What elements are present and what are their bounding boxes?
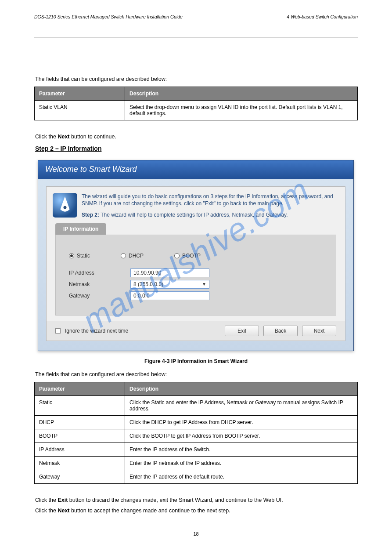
input-ip-address[interactable]: 10.90.90.90 bbox=[130, 268, 209, 277]
radio-empty-icon bbox=[174, 253, 180, 258]
intro-text-1: The fields that can be configured are de… bbox=[34, 76, 358, 82]
cell-desc: Click the BOOTP to get IP Address from B… bbox=[125, 429, 358, 443]
radio-empty-icon bbox=[121, 253, 126, 258]
wizard-step-text: The wizard will help to complete setting… bbox=[99, 212, 288, 218]
exit-button[interactable]: Exit bbox=[225, 326, 259, 336]
chevron-down-icon: ▼ bbox=[202, 282, 206, 287]
cell-desc: Enter the IP address of the Switch. bbox=[125, 443, 358, 456]
cell-desc: Enter the IP address of the default rout… bbox=[125, 470, 358, 483]
radio-static[interactable]: Static bbox=[69, 253, 90, 259]
cell-static-vlan-param: Static VLAN bbox=[35, 101, 125, 120]
cell-param: Static bbox=[35, 395, 125, 415]
cell-param: Netmask bbox=[35, 456, 125, 470]
value-netmask: 8 (255.0.0.0) bbox=[133, 281, 163, 287]
cell-param: BOOTP bbox=[35, 429, 125, 443]
wizard-dialog: Welcome to Smart Wizard The wizard will … bbox=[38, 160, 354, 351]
svg-point-0 bbox=[64, 206, 67, 209]
th-parameter: Parameter bbox=[35, 382, 125, 395]
next-button[interactable]: Next bbox=[302, 326, 336, 336]
value-ip: 10.90.90.90 bbox=[133, 270, 161, 276]
wizard-icon bbox=[53, 193, 77, 218]
cell-param: DHCP bbox=[35, 415, 125, 429]
after-table2-line1: Click the Exit button to discard the cha… bbox=[34, 497, 358, 503]
radio-dhcp-label: DHCP bbox=[129, 253, 144, 259]
wizard-description: The wizard will guide you to do basic co… bbox=[82, 193, 339, 207]
label-ignore-wizard: Ignore the wizard next time bbox=[65, 328, 220, 334]
select-netmask[interactable]: 8 (255.0.0.0)▼ bbox=[130, 280, 209, 289]
page-number: 18 bbox=[34, 531, 358, 537]
after-table2-line2: Click the Next button to accept the chan… bbox=[34, 508, 358, 514]
label-ip-address: IP Address bbox=[69, 270, 130, 276]
checkbox-ignore-wizard[interactable] bbox=[55, 328, 61, 334]
radio-dot-icon bbox=[69, 253, 74, 258]
th-description: Description bbox=[125, 382, 358, 395]
radio-bootp[interactable]: BOOTP bbox=[174, 253, 201, 259]
figure-caption: Figure 4-3 IP Information in Smart Wizar… bbox=[34, 358, 358, 364]
input-gateway[interactable]: 0.0.0.0 bbox=[130, 291, 209, 300]
radio-bootp-label: BOOTP bbox=[182, 253, 201, 259]
label-gateway: Gateway bbox=[69, 293, 130, 299]
tab-ip-information[interactable]: IP Information bbox=[55, 223, 106, 235]
wizard-screenshot: Welcome to Smart Wizard The wizard will … bbox=[38, 160, 354, 351]
param-table-2: Parameter Description StaticClick the St… bbox=[34, 382, 358, 484]
cell-param: Gateway bbox=[35, 470, 125, 483]
back-button[interactable]: Back bbox=[263, 326, 298, 336]
section-title-step2: Step 2 – IP Information bbox=[34, 145, 358, 152]
param-table-1: Parameter Description Static VLAN Select… bbox=[34, 87, 358, 120]
wizard-step-bold: Step 2: bbox=[82, 212, 99, 218]
cell-desc: Click the DHCP to get IP Address from DH… bbox=[125, 415, 358, 429]
label-netmask: Netmask bbox=[69, 281, 130, 287]
cell-desc: Enter the IP netmask of the IP address. bbox=[125, 456, 358, 470]
doc-title: DGS-1210 Series Ethernet Managed Switch … bbox=[34, 14, 183, 19]
th-parameter: Parameter bbox=[35, 87, 125, 101]
wizard-title: Welcome to Smart Wizard bbox=[38, 160, 353, 179]
value-gateway: 0.0.0.0 bbox=[133, 293, 150, 299]
chapter-title: 4 Web-based Switch Configuration bbox=[287, 14, 358, 19]
th-description: Description bbox=[125, 87, 358, 101]
cell-desc: Click the Static and enter the IP Addres… bbox=[125, 395, 358, 415]
header-rule bbox=[34, 37, 358, 37]
radio-static-label: Static bbox=[77, 253, 90, 259]
cell-param: IP Address bbox=[35, 443, 125, 456]
after-table1-text: Click the Next button to continue. bbox=[34, 134, 358, 140]
intro-text-2: The fields that can be configured are de… bbox=[34, 371, 358, 377]
ip-information-panel: Static DHCP BOOTP IP Address 10.90.90.90… bbox=[55, 235, 336, 316]
radio-dhcp[interactable]: DHCP bbox=[121, 253, 144, 259]
cell-static-vlan-desc: Select the drop-down menu to assign VLAN… bbox=[125, 101, 358, 120]
